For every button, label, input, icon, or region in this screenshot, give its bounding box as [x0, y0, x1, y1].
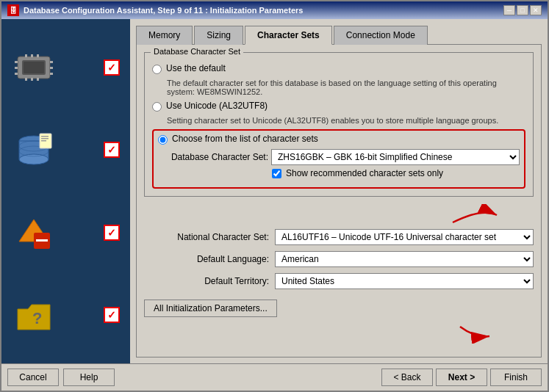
radio-use-default[interactable]: Use the default	[152, 63, 525, 74]
finish-button[interactable]: Finish	[490, 369, 542, 386]
svg-rect-11	[15, 73, 18, 75]
svg-rect-13	[50, 67, 53, 69]
checkmark-3: ✓	[104, 225, 120, 241]
group-box-title: Database Character Set	[151, 47, 243, 56]
title-bar-left: 🗄 Database Configuration Assistant, Step…	[7, 4, 303, 16]
help-button[interactable]: Help	[63, 369, 115, 386]
checkmark-4: ✓	[104, 307, 120, 323]
radio-unicode-label: Use Unicode (AL32UTF8)	[166, 101, 268, 111]
svg-rect-5	[37, 54, 39, 57]
svg-rect-26	[36, 239, 48, 242]
radio-choose-label: Choose from the list of character sets	[172, 134, 318, 144]
db-charset-label: Database Character Set:	[158, 152, 268, 162]
checkmark-1: ✓	[104, 59, 120, 76]
svg-rect-21	[41, 136, 49, 137]
cancel-button[interactable]: Cancel	[7, 369, 59, 386]
tab-bar: Memory Sizing Character Sets Connection …	[136, 25, 542, 44]
national-charset-select[interactable]: AL16UTF16 – Unicode UTF-16 Universal cha…	[275, 229, 534, 245]
window-controls: ─ □ ✕	[503, 5, 542, 15]
national-charset-label: National Character Set:	[144, 232, 269, 242]
svg-rect-10	[15, 67, 18, 69]
shapes-icon	[12, 211, 56, 255]
nav-buttons: < Back Next > Finish	[381, 369, 542, 386]
radio-choose-list[interactable]: Choose from the list of character sets	[158, 134, 520, 145]
docs-folder-icon	[12, 128, 56, 172]
right-panel: Memory Sizing Character Sets Connection …	[130, 19, 548, 363]
show-recommended-label: Show recommended character sets only	[286, 168, 443, 178]
svg-text:?: ?	[32, 309, 42, 327]
close-button[interactable]: ✕	[530, 5, 542, 15]
svg-rect-7	[31, 78, 33, 81]
svg-rect-8	[37, 78, 39, 81]
sidebar: ✓	[1, 19, 130, 363]
svg-rect-2	[24, 62, 44, 73]
question-folder-icon: ?	[12, 293, 56, 337]
folder-docs-icon	[12, 130, 56, 170]
svg-rect-9	[15, 61, 18, 63]
svg-point-17	[19, 154, 49, 164]
back-button[interactable]: < Back	[381, 369, 433, 386]
checkmark-2: ✓	[104, 142, 120, 158]
radio-use-unicode[interactable]: Use Unicode (AL32UTF8)	[152, 101, 525, 112]
title-bar: 🗄 Database Configuration Assistant, Step…	[1, 1, 548, 19]
radio-default-label: Use the default	[166, 63, 226, 73]
db-charset-row: Database Character Set: ZHS16GBK – GBK 1…	[158, 149, 520, 165]
sidebar-item-question: ? ✓	[9, 290, 123, 340]
db-charset-select[interactable]: ZHS16GBK – GBK 16-bit Simplified Chinese	[271, 149, 520, 165]
main-window: 🗄 Database Configuration Assistant, Step…	[0, 0, 549, 392]
next-button[interactable]: Next >	[436, 369, 487, 386]
tab-memory[interactable]: Memory	[136, 26, 193, 45]
sidebar-item-docs: ✓	[9, 125, 123, 175]
sidebar-item-shapes: ✓	[9, 208, 123, 258]
default-territory-select[interactable]: United States	[275, 273, 534, 289]
left-buttons: Cancel Help	[7, 369, 115, 386]
default-territory-row: Default Territory: United States	[144, 273, 534, 289]
tab-sizing[interactable]: Sizing	[194, 26, 243, 45]
default-language-row: Default Language: American	[144, 251, 534, 267]
svg-rect-14	[50, 73, 53, 75]
radio-unicode-input[interactable]	[152, 102, 162, 112]
default-language-select[interactable]: American	[275, 251, 534, 267]
chip-icon	[12, 49, 56, 86]
default-territory-label: Default Territory:	[144, 276, 269, 286]
arrow-annotation	[445, 204, 504, 226]
bottom-arrow-annotation	[453, 323, 497, 344]
tab-connection-mode[interactable]: Connection Mode	[334, 26, 428, 45]
radio-default-input[interactable]	[152, 65, 162, 74]
main-content: ✓	[1, 19, 548, 363]
show-recommended-checkbox[interactable]	[272, 169, 281, 178]
svg-rect-22	[41, 138, 49, 139]
national-charset-row: National Character Set: AL16UTF16 – Unic…	[144, 229, 534, 245]
chip-icon-container	[12, 46, 56, 90]
svg-rect-6	[25, 78, 27, 81]
app-icon: 🗄	[7, 4, 19, 16]
folder-question-svg: ?	[12, 294, 56, 335]
database-charset-group: Database Character Set Use the default T…	[144, 52, 534, 197]
radio-default-desc: The default character set for this datab…	[167, 79, 525, 96]
radio-choose-section: Choose from the list of character sets D…	[152, 129, 525, 189]
svg-rect-3	[25, 54, 27, 57]
restore-button[interactable]: □	[517, 5, 528, 15]
bottom-bar: Cancel Help < Back Next > Finish	[1, 363, 548, 391]
radio-choose-input[interactable]	[158, 135, 168, 145]
tab-character-sets[interactable]: Character Sets	[245, 26, 332, 45]
window-title: Database Configuration Assistant, Step 9…	[24, 6, 303, 15]
sidebar-item-chip: ✓	[9, 43, 123, 92]
svg-rect-12	[50, 61, 53, 63]
svg-rect-23	[41, 140, 46, 142]
radio-unicode-desc: Setting character set to Unicode (AL32UT…	[167, 116, 525, 125]
all-init-params-button[interactable]: All Initialization Parameters...	[144, 300, 277, 317]
svg-rect-4	[31, 54, 33, 57]
content-area: Database Character Set Use the default T…	[136, 44, 542, 357]
default-language-label: Default Language:	[144, 254, 269, 264]
show-recommended-row: Show recommended character sets only	[272, 168, 520, 178]
shapes-svg-icon	[12, 212, 56, 253]
minimize-button[interactable]: ─	[503, 5, 515, 15]
